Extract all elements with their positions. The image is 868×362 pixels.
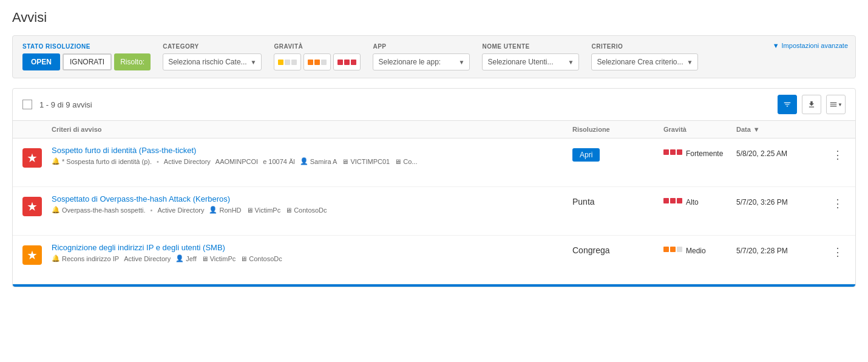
g-bar-3-2 [670,247,676,252]
page-title: Avvisi [12,10,856,26]
user-icon-2: 👤 [209,206,217,214]
criterio-arrow: ▼ [687,59,693,66]
date-cell-2: 5/7/20, 3:26 PM ⋮ [736,194,846,209]
filter-bar: STATO RISOLUZIONE OPEN IGNORATI Risolto:… [12,35,856,78]
alert-meta-1: 🔔 * Sospesta furto di identità (p). • Ac… [52,157,572,165]
app-label: App [373,43,470,50]
meta-subtitle-text-1: * Sospesta furto di identità (p). [62,158,152,165]
meta-directory-2: Active Directory [157,207,204,214]
gravity-gray-dot3 [321,60,327,65]
nome-utente-group: Nome utente Selezionare Utenti... ▼ [482,43,579,70]
advanced-settings-link[interactable]: ▼ Impostazioni avanzate [773,42,848,49]
app-group: App Selezionare le app: ▼ [373,43,470,70]
app-dropdown[interactable]: Selezionare le app: ▼ [373,53,470,70]
more-btn-1[interactable]: ⋮ [830,149,846,160]
filter-icon: ▼ [773,42,779,49]
stato-risoluzione-group: STATO RISOLUZIONE OPEN IGNORATI Risolto: [22,43,151,70]
meta-subtitle-2: 🔔 Overpass-the-hash sospetti. [52,206,146,214]
table-toolbar: 1 - 9 di 9 avvisi ▼ [13,89,855,121]
g-bar-1-3 [677,149,682,155]
more-btn-3[interactable]: ⋮ [830,247,846,258]
g-bar-3-3 [677,247,682,252]
gravity-mid-btn[interactable] [303,53,331,70]
meta-subtitle-text-3: Recons indirizzo IP [62,255,119,262]
gravity-orange-dot2 [314,60,320,65]
pc-icon-3: 🖥 [202,255,208,262]
gravity-low-btn[interactable] [274,53,301,70]
category-label: Category [163,43,262,50]
resolution-cell-2: Punta [572,194,663,207]
alert-icon-small-2: 🔔 [52,206,60,214]
gravita-label: Gravità [274,43,361,50]
meta-contoso-3: 🖥 ContosoDc [240,255,282,262]
category-value: Seleziona rischio Cate... [168,58,246,66]
gravity-yellow-dot1 [278,60,283,65]
gravity-orange-dot1 [308,60,313,65]
co-icon-1: 🖥 [395,158,401,165]
nome-utente-label: Nome utente [482,43,579,50]
alert-title-1[interactable]: Sospetto furto di identità (Pass-the-tic… [52,146,572,155]
gravity-cell-1: Fortemente [663,146,736,158]
date-text-3: 5/7/20, 2:28 PM [736,247,788,255]
gravity-buttons [274,53,361,70]
meta-pc-text-1: VICTIMPC01 [350,158,390,165]
star-burst-icon-1 [27,152,38,163]
gravity-red-dot1 [337,60,343,65]
resolution-text-2: Punta [572,197,595,207]
more-btn-2[interactable]: ⋮ [830,198,846,209]
gravity-cell-2: Alto [663,194,736,207]
alert-content-2: Sospettato di Overpass-the-hash Attack (… [52,194,572,214]
sort-icon: ▼ [753,126,760,133]
alert-icon-small-3: 🔔 [52,254,60,262]
alert-icon-wrap-3 [22,243,52,265]
column-headers: Criteri di avviso Risoluzione Gravità Da… [13,121,855,138]
alert-title-2[interactable]: Sospettato di Overpass-the-hash Attack (… [52,194,572,203]
select-all-checkbox[interactable] [22,100,32,109]
alert-meta-2: 🔔 Overpass-the-hash sospetti. • Active D… [52,206,572,214]
alert-content-1: Sospetto furto di identità (Pass-the-tic… [52,146,572,165]
criterio-label: Criterio [591,43,698,50]
criterio-dropdown[interactable]: Selezionare Crea criterio... ▼ [591,53,698,70]
gravity-bars-1 [663,149,682,155]
alert-icon-2 [22,197,42,216]
gravity-label-3: Medio [686,247,706,255]
star-burst-icon-3 [27,250,38,261]
table-row: Sospetto furto di identità (Pass-the-tic… [13,138,855,187]
stato-label: STATO RISOLUZIONE [22,43,151,50]
btn-open[interactable]: OPEN [22,53,60,70]
app-arrow: ▼ [459,59,465,66]
alert-icon-wrap-1 [22,146,52,168]
date-cell-3: 5/7/20, 2:28 PM ⋮ [736,243,846,258]
meta-user-text-2: RonHD [219,207,241,214]
nome-utente-dropdown[interactable]: Selezionare Utenti... ▼ [482,53,579,70]
gravita-group: Gravità [274,43,361,70]
g-bar-2-2 [670,198,676,203]
col-header-date[interactable]: Data ▼ [736,126,846,133]
filter-button[interactable] [778,95,797,114]
g-bar-2-3 [677,198,682,203]
category-arrow: ▼ [251,59,257,66]
meta-subtitle-1: 🔔 * Sospesta furto di identità (p). [52,157,152,165]
gravity-cell-3: Medio [663,243,736,255]
meta-user-1: 👤 Samira A [300,157,337,165]
table-row: Sospettato di Overpass-the-hash Attack (… [13,187,855,236]
resolution-cell-1: Apri [572,146,663,162]
menu-arrow: ▼ [838,102,843,108]
download-button[interactable] [802,95,821,114]
gravity-bars-3 [663,247,682,252]
user-icon-3: 👤 [175,254,184,262]
g-bar-1-2 [670,149,676,155]
alert-title-3[interactable]: Ricognizione degli indirizzi IP e degli … [52,243,572,252]
meta-co-1: 🖥 Co... [395,158,417,165]
resolution-apri-btn[interactable]: Apri [572,148,600,162]
meta-id-1: AAOMINPCOI [215,158,258,165]
btn-risolto[interactable]: Risolto: [114,53,151,70]
g-bar-3-1 [663,247,669,252]
pc-icon-2: 🖥 [246,207,253,214]
menu-button[interactable]: ▼ [826,95,846,114]
btn-ignorati[interactable]: IGNORATI [63,53,112,70]
meta-user-3: 👤 Jeff [175,254,197,262]
g-bar-2-1 [663,198,669,203]
gravity-high-btn[interactable] [333,53,361,70]
category-dropdown[interactable]: Seleziona rischio Cate... ▼ [163,53,262,70]
